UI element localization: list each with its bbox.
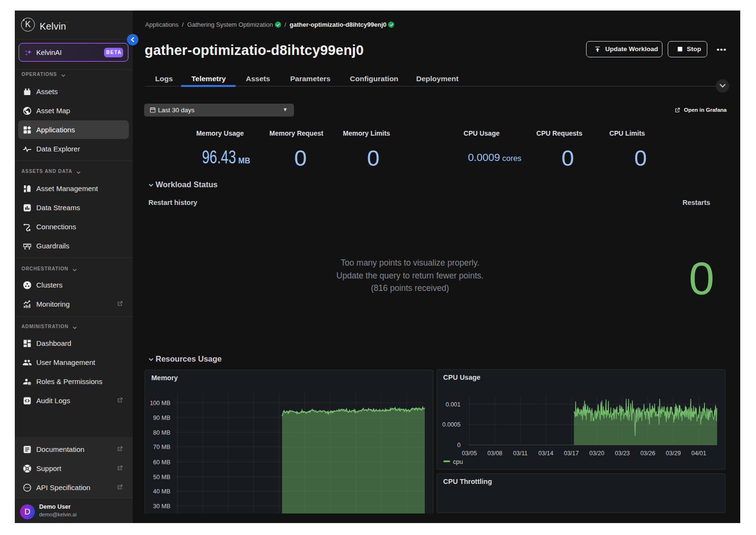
- svg-text:03/17: 03/17: [564, 450, 578, 457]
- svg-text:03/08: 03/08: [487, 450, 502, 457]
- svg-text:03/23: 03/23: [615, 450, 630, 457]
- svg-text:0: 0: [457, 442, 461, 449]
- svg-text:30 MB: 30 MB: [153, 503, 170, 510]
- svg-text:03/14: 03/14: [538, 450, 553, 457]
- svg-text:0.0005: 0.0005: [442, 421, 460, 428]
- svg-text:40 MB: 40 MB: [153, 488, 170, 495]
- svg-text:03/11: 03/11: [513, 450, 527, 457]
- svg-text:0.001: 0.001: [445, 401, 460, 408]
- svg-text:90 MB: 90 MB: [153, 415, 170, 421]
- svg-text:60 MB: 60 MB: [153, 459, 170, 466]
- svg-text:100 MB: 100 MB: [150, 400, 170, 407]
- svg-text:04/01: 04/01: [691, 450, 706, 457]
- svg-text:70 MB: 70 MB: [153, 444, 170, 450]
- svg-text:03/05: 03/05: [462, 450, 476, 457]
- svg-text:50 MB: 50 MB: [153, 474, 170, 481]
- svg-text:80 MB: 80 MB: [153, 429, 170, 436]
- svg-text:03/26: 03/26: [640, 450, 655, 457]
- svg-text:03/29: 03/29: [666, 450, 681, 457]
- svg-text:cpu: cpu: [453, 458, 463, 465]
- svg-text:03/20: 03/20: [589, 450, 604, 457]
